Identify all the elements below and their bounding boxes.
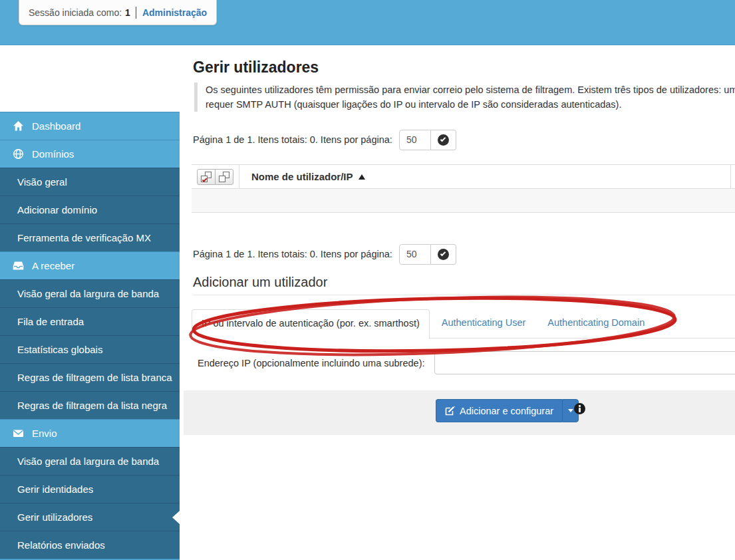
sidebar-item-label: Gerir utilizadores bbox=[17, 511, 92, 523]
session-user-id: 1 bbox=[125, 7, 130, 18]
page-description: Os seguintes utilizadores têm permissão … bbox=[194, 82, 735, 112]
sidebar-item-dominios[interactable]: Domínios bbox=[0, 140, 180, 168]
sidebar-item-label: Domínios bbox=[32, 148, 74, 160]
column-header-extra bbox=[731, 165, 735, 188]
add-and-configure-button[interactable]: Adicionar e configurar bbox=[436, 399, 562, 422]
globe-icon bbox=[12, 148, 24, 160]
sidebar-item-visao-banda-receber[interactable]: Visão geral da largura de banda bbox=[0, 279, 180, 307]
sidebar-item-label: Visão geral da largura de banda bbox=[17, 456, 159, 467]
sidebar-item-gerir-identidades[interactable]: Gerir identidades bbox=[0, 475, 180, 503]
sidebar-item-relatorios-enviados[interactable]: Relatórios enviados bbox=[0, 531, 180, 559]
sidebar-item-label: Regras de filtragem da lista negra bbox=[17, 400, 167, 411]
sidebar-item-visao-geral[interactable]: Visão geral bbox=[0, 168, 180, 196]
edit-icon bbox=[445, 406, 455, 416]
sidebar-item-label: Visão geral bbox=[17, 176, 67, 188]
add-user-title: Adicionar um utilizador bbox=[193, 275, 327, 290]
deselect-all-icon bbox=[219, 172, 229, 182]
info-icon[interactable] bbox=[574, 403, 585, 414]
table-empty-row bbox=[192, 189, 735, 213]
sidebar-item-label: Adicionar domínio bbox=[17, 204, 97, 215]
sidebar-item-fila-entrada[interactable]: Fila de entrada bbox=[0, 307, 180, 335]
sidebar-item-ferramenta-mx[interactable]: Ferramenta de verificação MX bbox=[0, 223, 180, 251]
sidebar-item-label: A receber bbox=[32, 260, 74, 271]
check-circle-icon bbox=[438, 249, 449, 260]
add-user-tabs: IP ou intervalo de autenticação (por. ex… bbox=[192, 309, 735, 339]
pagination-text: Página 1 de 1. Itens totais: 0. Itens po… bbox=[193, 249, 392, 259]
sidebar-item-label: Fila de entrada bbox=[17, 316, 84, 327]
pagination-top: Página 1 de 1. Itens totais: 0. Itens po… bbox=[193, 129, 456, 150]
sidebar-item-lista-negra[interactable]: Regras de filtragem da lista negra bbox=[0, 391, 180, 419]
sidebar-item-label: Regras de filtragem de lista branca bbox=[17, 372, 172, 383]
check-circle-icon bbox=[438, 134, 449, 146]
per-page-input[interactable] bbox=[399, 130, 431, 150]
sidebar-item-gerir-utilizadores[interactable]: Gerir utilizadores bbox=[0, 503, 180, 531]
inbox-icon bbox=[12, 260, 24, 272]
sidebar-item-estatisticas[interactable]: Estatísticas globais bbox=[0, 335, 180, 363]
select-all-icon bbox=[201, 172, 212, 182]
add-and-configure-label: Adicionar e configurar bbox=[460, 406, 553, 416]
per-page-group bbox=[399, 244, 456, 265]
sort-ascending-icon bbox=[359, 174, 365, 180]
description-line-1: Os seguintes utilizadores têm permissão … bbox=[206, 82, 735, 97]
sidebar-item-label: Visão geral da largura de banda bbox=[17, 288, 159, 299]
sidebar: Dashboard Domínios Visão geral Adicionar… bbox=[0, 112, 180, 560]
caret-down-icon bbox=[568, 409, 573, 412]
sidebar-item-label: Estatísticas globais bbox=[17, 344, 102, 355]
selection-header-cell bbox=[192, 165, 239, 188]
home-icon bbox=[12, 120, 24, 132]
select-all-button[interactable] bbox=[197, 169, 216, 185]
deselect-all-button[interactable] bbox=[215, 169, 233, 185]
users-table: Nome de utilizador/IP bbox=[192, 164, 735, 213]
per-page-group bbox=[399, 130, 456, 150]
ip-address-label: Endereço IP (opcionalmente incluindo uma… bbox=[198, 358, 425, 368]
pagination-text: Página 1 de 1. Itens totais: 0. Itens po… bbox=[193, 134, 392, 145]
page-title: Gerir utilizadores bbox=[193, 59, 319, 76]
envelope-icon bbox=[12, 428, 24, 440]
sidebar-item-adicionar-dominio[interactable]: Adicionar domínio bbox=[0, 196, 180, 223]
per-page-input[interactable] bbox=[399, 244, 431, 265]
sidebar-item-a-receber[interactable]: A receber bbox=[0, 251, 180, 279]
table-header-row: Nome de utilizador/IP bbox=[192, 164, 735, 189]
sidebar-item-label: Gerir identidades bbox=[17, 484, 93, 495]
sidebar-item-envio[interactable]: Envio bbox=[0, 419, 180, 447]
column-header-username-ip[interactable]: Nome de utilizador/IP bbox=[239, 165, 731, 188]
sidebar-item-label: Relatórios enviados bbox=[17, 539, 105, 551]
ip-address-input[interactable] bbox=[434, 351, 735, 374]
main-content: Gerir utilizadores Os seguintes utilizad… bbox=[184, 0, 735, 560]
submit-button-group: Adicionar e configurar bbox=[436, 399, 579, 422]
section-divider bbox=[193, 295, 735, 295]
tab-authenticating-user[interactable]: Authenticating User bbox=[432, 309, 536, 338]
form-footer: Adicionar e configurar bbox=[184, 390, 735, 435]
sidebar-item-dashboard[interactable]: Dashboard bbox=[0, 112, 180, 140]
sidebar-item-label: Ferramenta de verificação MX bbox=[17, 232, 151, 243]
page: Sessão iniciada como: 1 Administração Da… bbox=[0, 0, 735, 560]
tab-ip-authentication[interactable]: IP ou intervalo de autenticação (por. ex… bbox=[192, 309, 430, 339]
sidebar-item-label: Dashboard bbox=[32, 120, 80, 132]
sidebar-item-visao-banda-envio[interactable]: Visão geral da largura de banda bbox=[0, 447, 180, 475]
column-header-label: Nome de utilizador/IP bbox=[251, 171, 353, 182]
description-line-2: requer SMTP AUTH (quaisquer ligações do … bbox=[206, 97, 735, 112]
per-page-apply-button[interactable] bbox=[431, 244, 456, 265]
session-prefix-label: Sessão iniciada como: bbox=[29, 7, 122, 18]
sidebar-item-label: Envio bbox=[32, 428, 57, 439]
sidebar-item-lista-branca[interactable]: Regras de filtragem de lista branca bbox=[0, 363, 180, 391]
active-item-arrow-icon bbox=[172, 511, 180, 524]
per-page-apply-button[interactable] bbox=[431, 130, 456, 150]
session-separator bbox=[136, 7, 136, 19]
pagination-bottom: Página 1 de 1. Itens totais: 0. Itens po… bbox=[193, 243, 456, 265]
tab-authenticating-domain[interactable]: Authenticating Domain bbox=[537, 309, 655, 338]
